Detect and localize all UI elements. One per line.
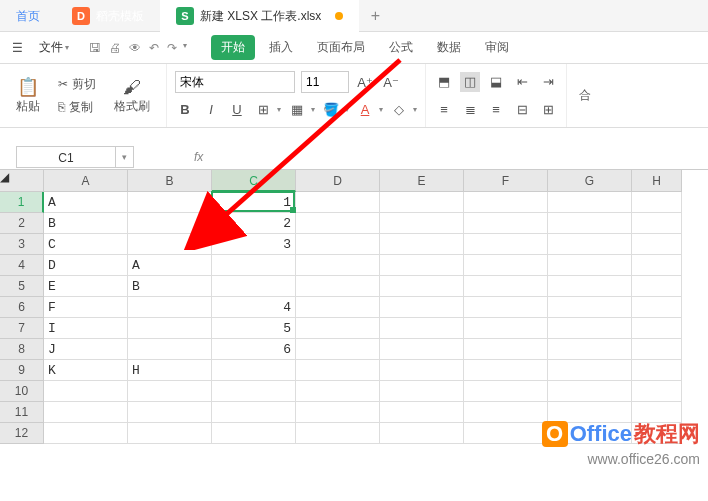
cell[interactable] [128,402,212,423]
cell[interactable] [44,381,128,402]
name-box-dropdown[interactable]: ▾ [116,146,134,168]
font-color-icon[interactable]: A [355,100,375,120]
cell[interactable]: E [44,276,128,297]
ribbon-tab-review[interactable]: 审阅 [475,35,519,60]
copy-button[interactable]: ⎘复制 [54,97,100,118]
cell[interactable] [128,423,212,444]
cell[interactable]: A [128,255,212,276]
cell[interactable]: 2 [212,213,296,234]
file-menu[interactable]: 文件 ▾ [31,39,77,56]
ribbon-tab-insert[interactable]: 插入 [259,35,303,60]
cell[interactable]: B [128,276,212,297]
cell[interactable] [548,381,632,402]
cell[interactable] [464,318,548,339]
cell[interactable] [464,381,548,402]
row-header[interactable]: 2 [0,213,44,234]
row-header[interactable]: 1 [0,192,44,213]
cell[interactable] [212,381,296,402]
col-header[interactable]: C [212,170,296,192]
col-header[interactable]: F [464,170,548,192]
cell[interactable] [380,213,464,234]
cell[interactable] [296,339,380,360]
row-header[interactable]: 9 [0,360,44,381]
align-right-icon[interactable]: ≡ [486,99,506,119]
cell[interactable] [632,213,682,234]
cell[interactable]: 5 [212,318,296,339]
cell[interactable] [128,318,212,339]
cell[interactable] [380,402,464,423]
cell[interactable] [296,360,380,381]
cell[interactable] [296,297,380,318]
col-header[interactable]: E [380,170,464,192]
cell[interactable] [548,213,632,234]
cell[interactable]: 6 [212,339,296,360]
fill-color-icon[interactable]: 🪣 [321,100,341,120]
align-left-icon[interactable]: ≡ [434,99,454,119]
cell[interactable] [464,276,548,297]
cell[interactable] [296,423,380,444]
cell[interactable]: B [44,213,128,234]
cell[interactable] [380,297,464,318]
cell[interactable] [464,339,548,360]
align-top-icon[interactable]: ⬒ [434,72,454,92]
indent-right-icon[interactable]: ⇥ [538,72,558,92]
cell[interactable]: 1 [212,192,296,213]
cell[interactable] [212,423,296,444]
cell[interactable] [380,234,464,255]
cell[interactable] [548,318,632,339]
cell[interactable] [632,318,682,339]
align-middle-icon[interactable]: ◫ [460,72,480,92]
cell[interactable] [632,381,682,402]
row-header[interactable]: 6 [0,297,44,318]
col-header[interactable]: H [632,170,682,192]
cell[interactable] [548,339,632,360]
cell[interactable] [548,192,632,213]
cell[interactable]: I [44,318,128,339]
cell[interactable] [464,360,548,381]
tab-active-workbook[interactable]: S 新建 XLSX 工作表.xlsx [160,0,359,32]
cell[interactable] [128,381,212,402]
row-header[interactable]: 7 [0,318,44,339]
grid-body[interactable]: A1B2C3DAEBF4I5J6KH [44,192,682,444]
cell[interactable] [632,192,682,213]
paste-button[interactable]: 📋 粘贴 [8,72,48,119]
cell[interactable]: A [44,192,128,213]
cell[interactable] [632,402,682,423]
row-header[interactable]: 11 [0,402,44,423]
cell[interactable] [632,360,682,381]
cell[interactable] [128,213,212,234]
cell[interactable] [128,234,212,255]
cell[interactable]: F [44,297,128,318]
col-header[interactable]: A [44,170,128,192]
formula-input[interactable] [207,146,708,168]
cell[interactable] [380,360,464,381]
cell[interactable] [380,255,464,276]
cell[interactable] [548,360,632,381]
cell[interactable] [632,297,682,318]
clear-format-icon[interactable]: ◇ [389,100,409,120]
undo-icon[interactable]: ↶ [149,41,159,55]
format-painter-button[interactable]: 🖌 格式刷 [106,73,158,119]
italic-icon[interactable]: I [201,100,221,120]
cell[interactable] [296,255,380,276]
cell[interactable] [44,423,128,444]
ribbon-tab-formula[interactable]: 公式 [379,35,423,60]
cell[interactable]: 4 [212,297,296,318]
cut-button[interactable]: ✂剪切 [54,74,100,95]
fx-icon[interactable]: fx [194,150,203,164]
ribbon-tab-start[interactable]: 开始 [211,35,255,60]
cell[interactable] [380,339,464,360]
cell[interactable] [548,276,632,297]
decrease-font-icon[interactable]: A⁻ [381,72,401,92]
font-family-select[interactable] [175,71,295,93]
name-box[interactable]: C1 [16,146,116,168]
cell[interactable] [632,339,682,360]
col-header[interactable]: D [296,170,380,192]
print-icon[interactable]: 🖨 [109,41,121,55]
cell[interactable]: 3 [212,234,296,255]
cell[interactable] [128,192,212,213]
cell-style-icon[interactable]: ▦ [287,100,307,120]
redo-icon[interactable]: ↷ [167,41,177,55]
cell[interactable]: D [44,255,128,276]
wrap-text-icon[interactable]: ⊟ [512,99,532,119]
